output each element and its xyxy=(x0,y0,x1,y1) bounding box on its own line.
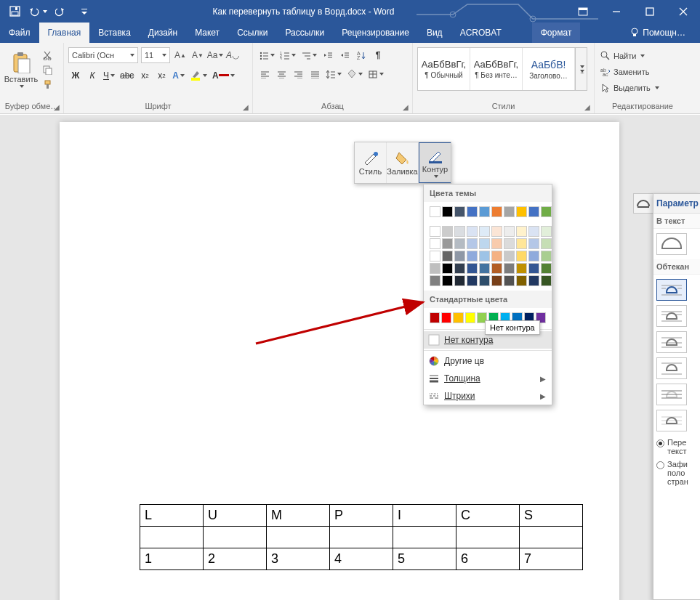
color-swatch[interactable] xyxy=(528,238,539,249)
text-effects-button[interactable]: A xyxy=(171,68,186,84)
tab-mailings[interactable]: Рассылки xyxy=(276,23,333,43)
table-cell[interactable]: 3 xyxy=(267,548,330,570)
color-swatch[interactable] xyxy=(541,226,552,237)
find-button[interactable]: Найти xyxy=(599,49,661,63)
table-cell[interactable] xyxy=(204,527,267,548)
color-swatch[interactable] xyxy=(467,238,478,249)
tab-acrobat[interactable]: ACROBAT xyxy=(451,23,510,43)
table-cell[interactable] xyxy=(456,527,520,548)
table-cell[interactable]: 5 xyxy=(393,548,456,570)
table-cell[interactable]: M xyxy=(267,505,330,527)
highlight-button[interactable] xyxy=(188,68,209,84)
color-swatch[interactable] xyxy=(528,251,539,262)
color-swatch[interactable] xyxy=(454,275,465,286)
page[interactable]: L U M P I C S 1 2 3 4 xyxy=(60,122,619,600)
color-swatch[interactable] xyxy=(454,251,465,262)
mini-fill-button[interactable]: Заливка xyxy=(387,142,419,183)
color-swatch[interactable] xyxy=(516,238,527,249)
color-swatch[interactable] xyxy=(516,206,527,217)
save-button[interactable] xyxy=(4,1,25,22)
color-swatch[interactable] xyxy=(479,238,490,249)
tab-home[interactable]: Главная xyxy=(39,23,90,43)
table-cell[interactable]: I xyxy=(393,505,456,527)
color-swatch[interactable] xyxy=(454,263,465,274)
color-swatch[interactable] xyxy=(467,263,478,274)
table-cell[interactable]: 1 xyxy=(140,548,204,570)
align-right-button[interactable] xyxy=(291,66,305,82)
color-swatch[interactable] xyxy=(479,263,490,274)
sort-button[interactable]: AZ xyxy=(354,47,369,63)
color-swatch[interactable] xyxy=(430,275,440,286)
color-swatch[interactable] xyxy=(479,275,490,286)
tab-view[interactable]: Вид xyxy=(418,23,451,43)
tab-review[interactable]: Рецензирование xyxy=(333,23,418,43)
radio-fix-position[interactable]: Зафи поло стран xyxy=(653,458,700,488)
color-swatch[interactable] xyxy=(479,251,490,262)
bullets-button[interactable] xyxy=(257,47,276,63)
align-center-button[interactable] xyxy=(274,66,289,82)
font-size-combo[interactable]: 11 xyxy=(141,47,170,63)
replace-button[interactable]: abacЗаменить xyxy=(599,65,661,79)
color-swatch[interactable] xyxy=(454,206,465,217)
clipboard-dialog-launcher[interactable]: ◢ xyxy=(52,102,62,112)
bold-button[interactable]: Ж xyxy=(68,68,83,84)
table-cell[interactable]: 7 xyxy=(520,548,583,570)
italic-button[interactable]: К xyxy=(85,68,100,84)
radio-move-with-text[interactable]: Пере текст xyxy=(653,436,700,458)
table-cell[interactable]: L xyxy=(140,505,204,527)
color-swatch[interactable] xyxy=(516,263,527,274)
table-cell[interactable]: S xyxy=(520,505,583,527)
color-swatch[interactable] xyxy=(467,275,478,286)
color-swatch[interactable] xyxy=(454,226,465,237)
table-cell[interactable] xyxy=(393,527,456,548)
style-nospacing[interactable]: АаБбВвГг, ¶ Без инте… xyxy=(470,48,523,90)
color-swatch[interactable] xyxy=(430,312,440,323)
color-swatch[interactable] xyxy=(467,251,478,262)
copy-button[interactable] xyxy=(41,63,54,76)
color-swatch[interactable] xyxy=(516,226,527,237)
cut-button[interactable] xyxy=(41,49,54,62)
shrink-font-button[interactable]: A▼ xyxy=(190,47,205,63)
color-swatch[interactable] xyxy=(454,238,465,249)
borders-button[interactable] xyxy=(366,66,385,82)
color-swatch[interactable] xyxy=(453,312,463,323)
dd-weight[interactable]: Толщина ▶ xyxy=(424,370,552,387)
superscript-button[interactable]: x2 xyxy=(154,68,169,84)
color-swatch[interactable] xyxy=(541,251,552,262)
table-cell[interactable]: 2 xyxy=(204,548,267,570)
color-swatch[interactable] xyxy=(430,251,440,262)
document-table[interactable]: L U M P I C S 1 2 3 4 xyxy=(140,504,583,570)
table-cell[interactable]: 4 xyxy=(330,548,393,570)
paste-button[interactable]: Вставить xyxy=(4,47,38,95)
color-swatch[interactable] xyxy=(504,226,515,237)
color-swatch[interactable] xyxy=(441,312,451,323)
color-swatch[interactable] xyxy=(541,206,552,217)
increase-indent-button[interactable] xyxy=(337,47,352,63)
styles-gallery[interactable]: АаБбВвГг, ¶ Обычный АаБбВвГг, ¶ Без инте… xyxy=(417,47,587,91)
minimize-button[interactable] xyxy=(600,0,633,23)
color-swatch[interactable] xyxy=(528,275,539,286)
wrap-inline[interactable] xyxy=(656,233,687,255)
mini-outline-button[interactable]: Контур xyxy=(419,142,451,183)
clear-formatting-button[interactable]: A◡ xyxy=(225,47,240,63)
underline-button[interactable]: Ч xyxy=(102,68,116,84)
color-swatch[interactable] xyxy=(465,312,475,323)
tell-me-area[interactable]: Помощн… xyxy=(629,23,700,43)
change-case-button[interactable]: Aa xyxy=(208,47,222,63)
line-spacing-button[interactable] xyxy=(324,66,343,82)
color-swatch[interactable] xyxy=(467,206,478,217)
tab-format[interactable]: Формат xyxy=(532,23,581,43)
tab-insert[interactable]: Вставка xyxy=(89,23,140,43)
color-swatch[interactable] xyxy=(442,226,453,237)
color-swatch[interactable] xyxy=(504,275,515,286)
color-swatch[interactable] xyxy=(442,251,453,262)
color-swatch[interactable] xyxy=(479,206,490,217)
table-cell[interactable] xyxy=(267,527,330,548)
color-swatch[interactable] xyxy=(504,263,515,274)
tab-references[interactable]: Ссылки xyxy=(228,23,276,43)
format-painter-button[interactable] xyxy=(41,78,54,91)
mini-style-button[interactable]: Стиль xyxy=(355,142,387,183)
color-swatch[interactable] xyxy=(541,238,552,249)
close-button[interactable] xyxy=(667,0,700,23)
wrap-tight[interactable] xyxy=(656,305,687,327)
